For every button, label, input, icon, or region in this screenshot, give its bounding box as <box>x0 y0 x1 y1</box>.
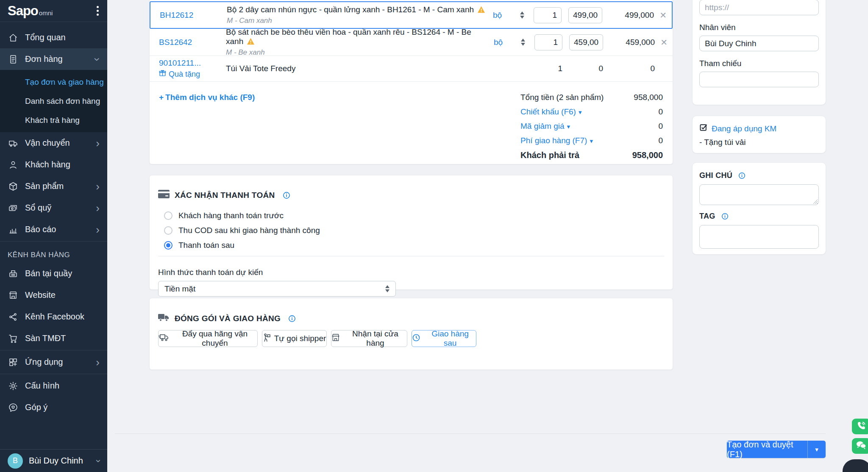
chevron-right-icon: › <box>96 181 100 192</box>
deliver-later-button[interactable]: Giao hàng sau <box>412 330 476 347</box>
info-icon[interactable] <box>738 172 746 179</box>
sidebar-subitem-danh-sach[interactable]: Danh sách đơn hàng <box>0 92 107 111</box>
cart-icon <box>8 333 19 344</box>
product-code-link[interactable]: 90101211... <box>159 58 201 67</box>
unit-link[interactable]: bộ <box>494 38 503 47</box>
radio-icon <box>164 226 172 235</box>
sidebar-subitem-tao-don[interactable]: Tạo đơn và giao hàng <box>0 72 107 92</box>
add-service-link[interactable]: +Thêm dịch vụ khác (F9) <box>159 93 255 165</box>
tag-label: TAG <box>699 212 715 221</box>
info-icon[interactable] <box>721 213 729 220</box>
sidebar-item-khach-hang[interactable]: Khách hàng <box>0 154 107 175</box>
self-shipper-button[interactable]: Tự gọi shipper <box>262 330 327 347</box>
unit-link[interactable]: bộ <box>493 11 502 19</box>
kebab-menu-icon[interactable] <box>97 6 99 16</box>
order-document-icon <box>8 54 19 65</box>
sidebar-item-so-quy[interactable]: Sổ quỹ › <box>0 197 107 219</box>
main-content: BH12612 Bộ 2 dây cam nhún ngực - quần lử… <box>107 0 868 472</box>
sidebar-item-website[interactable]: Website <box>0 284 107 306</box>
discount-link[interactable]: Chiết khấu (F6) <box>520 107 576 116</box>
payment-header: XÁC NHẬN THANH TOÁN <box>158 190 664 200</box>
logo-row: Sapo omni <box>0 0 107 22</box>
shipping-options: Đẩy qua hãng vận chuyển Tự gọi shipper N… <box>158 330 664 347</box>
line-total: 0 <box>610 64 655 73</box>
apps-grid-icon <box>8 357 19 368</box>
chevron-right-icon: › <box>96 138 100 149</box>
phone-support-button[interactable] <box>852 419 868 434</box>
sidebar-item-ban-tai-quay[interactable]: Bán tại quầy <box>0 263 107 284</box>
user-name: Bùi Duy Chinh <box>29 456 83 466</box>
credit-card-icon <box>158 190 170 200</box>
payment-method-select[interactable]: Tiền mặt <box>158 281 396 297</box>
sidebar-item-san-tmdt[interactable]: Sàn TMĐT <box>0 328 107 349</box>
remove-line-icon[interactable]: ✕ <box>654 10 667 20</box>
phone-icon <box>856 421 866 433</box>
sidebar-item-van-chuyen[interactable]: Vận chuyển › <box>0 132 107 154</box>
push-to-carrier-button[interactable]: Đẩy qua hãng vận chuyển <box>158 330 258 347</box>
price-input[interactable] <box>569 34 603 50</box>
table-row[interactable]: BH12612 Bộ 2 dây cam nhún ngực - quần lử… <box>150 1 673 29</box>
create-order-button[interactable]: Tạo đơn và duyệt (F1) ▾ <box>727 441 826 458</box>
chat-bubbles-icon <box>856 440 867 452</box>
quantity-input[interactable] <box>534 34 562 50</box>
sidebar-item-ung-dung[interactable]: Ứng dụng › <box>0 351 107 373</box>
gift-label[interactable]: Quà tặng <box>169 70 200 79</box>
resize-handle[interactable] <box>813 199 818 204</box>
carrier-truck-icon <box>159 334 169 344</box>
chevron-right-icon: › <box>96 203 100 214</box>
chevron-down-icon: › <box>93 459 103 462</box>
chevron-right-icon: › <box>96 357 100 368</box>
info-icon[interactable] <box>283 192 290 199</box>
tag-input[interactable] <box>699 225 819 249</box>
summary-coupon-row: Mã giảm giá▾ 0 <box>520 122 663 131</box>
warning-icon <box>247 38 255 47</box>
product-name: Bộ 2 dây cam nhún ngực - quần lửng xanh … <box>227 5 474 14</box>
sidebar-item-don-hang[interactable]: Đơn hàng › <box>0 48 107 70</box>
unit-stepper[interactable] <box>517 39 529 46</box>
sidebar-item-san-pham[interactable]: Sản phẩm › <box>0 175 107 197</box>
radio-pay-before[interactable]: Khách hàng thanh toán trước <box>164 211 664 220</box>
remove-line-icon[interactable]: ✕ <box>655 37 668 47</box>
caret-down-icon: ▾ <box>579 108 582 116</box>
storefront-icon <box>8 290 19 301</box>
store-pickup-button[interactable]: Nhận tại cửa hàng <box>331 330 407 347</box>
price-input[interactable] <box>568 7 602 23</box>
clock-icon <box>412 333 420 344</box>
radio-cod[interactable]: Thu COD sau khi giao hàng thành công <box>164 226 664 235</box>
sidebar-item-kenh-facebook[interactable]: Kênh Facebook <box>0 306 107 328</box>
payment-method-label: Hình thức thanh toán dự kiến <box>158 268 664 277</box>
sales-channels-section-label: KÊNH BÁN HÀNG <box>0 242 107 263</box>
caret-down-icon: ▾ <box>567 123 570 130</box>
truck-icon <box>8 138 19 149</box>
quantity-input[interactable] <box>534 7 562 23</box>
note-textarea[interactable] <box>699 184 819 205</box>
table-row[interactable]: BS12642 Bộ sát nách be bèo thêu viền hoa… <box>150 29 673 56</box>
sidebar-item-label: Khách hàng <box>25 160 70 169</box>
sidebar-subitem-khach-tra-hang[interactable]: Khách trả hàng <box>0 111 107 130</box>
staff-input[interactable] <box>699 36 819 51</box>
caret-down-icon: ▾ <box>590 137 593 144</box>
unit-stepper[interactable] <box>517 11 528 19</box>
reference-input[interactable] <box>699 72 819 87</box>
payment-card: XÁC NHẬN THANH TOÁN Khách hàng thanh toá… <box>149 175 673 290</box>
radio-pay-later[interactable]: Thanh toán sau <box>164 241 664 250</box>
chat-support-button[interactable] <box>852 438 868 454</box>
sidebar-item-bao-cao[interactable]: Báo cáo › <box>0 219 107 240</box>
user-menu[interactable]: B Bùi Duy Chinh › <box>0 449 107 472</box>
coupon-link[interactable]: Mã giảm giá <box>520 122 565 130</box>
active-promotion-link[interactable]: Đang áp dụng KM <box>699 123 819 134</box>
radio-checked-icon <box>164 241 172 250</box>
summary-value: 0 <box>658 107 663 117</box>
summary-shipping-row: Phí giao hàng (F7)▾ 0 <box>520 136 663 145</box>
shipping-fee-link[interactable]: Phí giao hàng (F7) <box>520 136 587 145</box>
product-code-link[interactable]: BH12612 <box>160 11 193 19</box>
product-code-link[interactable]: BS12642 <box>159 38 192 47</box>
source-url-input[interactable] <box>699 0 819 15</box>
summary-value: 958,000 <box>632 150 663 160</box>
button-dropdown-caret[interactable]: ▾ <box>808 441 826 458</box>
sidebar-item-cau-hinh[interactable]: Cấu hình <box>0 375 107 397</box>
sidebar-item-gop-y[interactable]: Góp ý <box>0 397 107 418</box>
sidebar-item-tong-quan[interactable]: Tổng quan <box>0 27 107 48</box>
info-icon[interactable] <box>288 315 296 322</box>
summary-value: 0 <box>658 136 663 145</box>
